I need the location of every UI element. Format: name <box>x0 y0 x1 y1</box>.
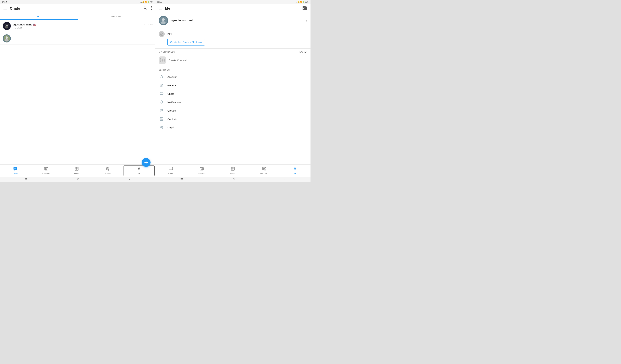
avatar-agustinus <box>3 22 11 30</box>
svg-rect-17 <box>14 167 17 170</box>
tab-groups[interactable]: GROUPS <box>78 13 155 20</box>
nav-me-left[interactable]: Me <box>123 165 155 176</box>
svg-rect-77 <box>233 169 234 170</box>
settings-legal[interactable]: Legal <box>155 123 310 132</box>
svg-point-21 <box>45 168 47 169</box>
top-bar-right: Me <box>155 4 310 13</box>
nav-discover-left[interactable]: Discover <box>92 166 123 176</box>
svg-rect-35 <box>159 9 162 9</box>
search-icon[interactable] <box>143 5 148 11</box>
legal-icon <box>159 126 165 129</box>
discover-nav-icon-right <box>262 167 266 172</box>
bottom-nav-right: Chats Contacts Feeds <box>155 164 310 177</box>
nav-label-discover-left: Discover <box>104 172 111 174</box>
feeds-nav-icon <box>75 167 79 172</box>
chats-settings-icon <box>159 92 165 95</box>
menu-sys-btn-left[interactable]: ☰ <box>22 177 31 182</box>
chats-nav-icon-right <box>169 167 173 172</box>
me-nav-icon-right <box>293 167 297 172</box>
groups-icon <box>159 109 165 112</box>
svg-rect-39 <box>305 6 307 7</box>
svg-point-47 <box>162 18 165 21</box>
svg-rect-45 <box>306 9 307 10</box>
svg-rect-43 <box>306 8 307 9</box>
battery-left: 70% <box>150 1 153 3</box>
battery-right: 83% <box>305 1 309 3</box>
chat-item-2[interactable] <box>0 32 155 45</box>
svg-rect-75 <box>233 167 234 169</box>
compose-fab-button[interactable] <box>142 158 151 167</box>
svg-rect-37 <box>303 6 304 7</box>
legal-label: Legal <box>167 126 174 129</box>
svg-rect-25 <box>77 169 78 170</box>
nav-discover-right[interactable]: Discover <box>248 166 279 176</box>
nav-me-right[interactable]: Me <box>279 166 310 176</box>
nav-label-chats-left: Chats <box>13 172 18 174</box>
me-content: agustin wardani › PIN Create free Cust <box>155 13 310 164</box>
nav-chats-right[interactable]: Chats <box>155 166 186 176</box>
nav-chats-left[interactable]: Chats <box>0 166 31 176</box>
svg-rect-42 <box>305 8 306 9</box>
home-sys-btn-left[interactable]: □ <box>74 177 83 181</box>
home-sys-btn-right[interactable]: □ <box>229 177 238 181</box>
back-sys-btn-right[interactable]: ‹ <box>281 177 289 181</box>
chat-info-1: agustinus mario 🇺🇸 01.02 pm ✓D Bales <box>13 23 153 29</box>
bottom-nav-left: Chats Contacts Feeds <box>0 164 155 177</box>
tab-all[interactable]: ALL <box>0 13 78 20</box>
left-screen: 14:58 ... 🔔 📶 🔋 70% Chats <box>0 0 155 182</box>
svg-rect-78 <box>262 167 264 168</box>
profile-chevron-icon: › <box>306 19 307 23</box>
chat-item-1[interactable]: agustinus mario 🇺🇸 01.02 pm ✓D Bales <box>0 20 155 32</box>
hamburger-icon-right[interactable] <box>158 6 163 11</box>
tabs-row: ALL GROUPS <box>0 13 155 20</box>
svg-rect-28 <box>106 169 107 170</box>
nav-label-feeds-right: Feeds <box>230 172 236 174</box>
status-icons-right: ... 🔔 📶 🔋 83% <box>296 1 309 3</box>
status-bar-right: 12:55 ... 🔔 📶 🔋 83% <box>155 0 310 4</box>
hamburger-icon[interactable] <box>3 6 8 11</box>
svg-point-56 <box>161 85 162 86</box>
svg-rect-74 <box>231 167 233 169</box>
settings-header: SETTINGS <box>155 66 310 73</box>
contacts-label: Contacts <box>167 118 177 121</box>
settings-chats[interactable]: Chats <box>155 90 310 98</box>
chat-time-1: 01.02 pm <box>144 23 153 26</box>
nav-label-chats-right: Chats <box>168 172 173 174</box>
svg-rect-33 <box>159 7 162 7</box>
groups-label: Groups <box>167 109 176 112</box>
notifications-icon <box>159 100 165 104</box>
profile-row[interactable]: agustin wardani › <box>155 13 310 28</box>
nav-label-feeds-left: Feeds <box>74 172 80 174</box>
nav-feeds-right[interactable]: Feeds <box>217 166 248 176</box>
svg-rect-41 <box>303 9 304 10</box>
settings-account[interactable]: Account <box>155 73 310 81</box>
notifications-label: Notifications <box>167 101 181 104</box>
system-nav-right: ☰ □ ‹ <box>155 177 310 182</box>
more-icon[interactable] <box>150 5 153 11</box>
page-title-right: Me <box>165 6 302 11</box>
qr-icon[interactable] <box>302 5 308 12</box>
create-channel-item[interactable]: Create Channel <box>155 54 310 66</box>
nav-contacts-right[interactable]: Contacts <box>186 166 217 176</box>
chats-nav-icon <box>13 167 17 172</box>
discover-nav-icon <box>106 167 109 172</box>
back-sys-btn-left[interactable]: ‹ <box>126 177 134 181</box>
nav-feeds-left[interactable]: Feeds <box>61 166 92 176</box>
svg-rect-34 <box>159 8 162 8</box>
svg-point-55 <box>161 76 162 77</box>
svg-rect-26 <box>106 167 107 168</box>
settings-contacts[interactable]: Contacts <box>155 115 310 123</box>
menu-sys-btn-right[interactable]: ☰ <box>177 177 186 182</box>
settings-groups[interactable]: Groups <box>155 106 310 115</box>
more-channels-button[interactable]: MORE › <box>299 50 307 53</box>
svg-rect-1 <box>3 8 7 8</box>
settings-general[interactable]: General <box>155 81 310 90</box>
create-pin-button[interactable]: Create free Custom PIN today <box>167 39 205 46</box>
avatar-person2 <box>3 34 11 43</box>
account-icon <box>159 75 165 79</box>
page-title-left: Chats <box>10 6 143 11</box>
pin-label: PIN <box>167 33 172 35</box>
nav-contacts-left[interactable]: Contacts <box>31 166 61 176</box>
settings-notifications[interactable]: Notifications <box>155 98 310 106</box>
contacts-nav-icon <box>44 167 48 172</box>
